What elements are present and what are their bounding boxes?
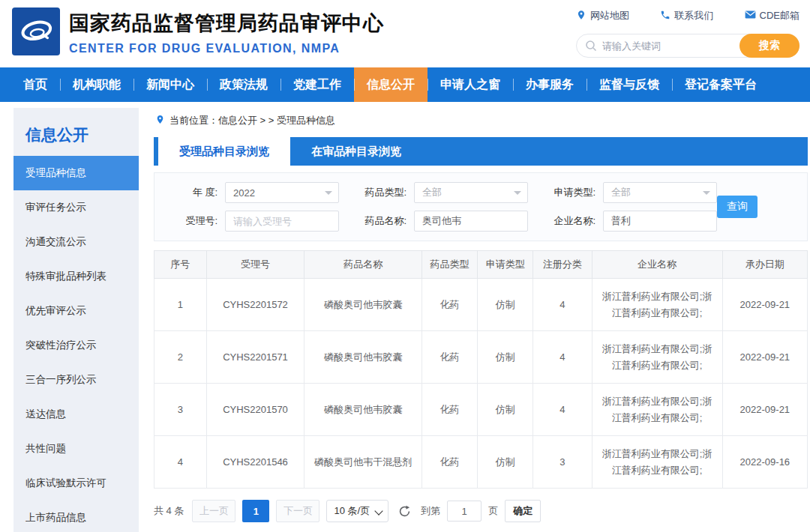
contact-link-label: 联系我们 — [674, 9, 713, 22]
goto-prefix: 到第 — [421, 504, 440, 518]
filter-panel: 年 度: 2022 药品类型: 全部 申请类 — [154, 172, 808, 241]
tab-under-review-catalog[interactable]: 在审品种目录浏览 — [290, 137, 422, 166]
col-company: 企业名称 — [592, 251, 722, 279]
apply-type-select-value: 全部 — [611, 186, 631, 199]
cde-logo-swoosh-icon — [16, 10, 56, 52]
col-reg-class: 注册分类 — [533, 251, 592, 279]
page-size-select[interactable]: 10 条/页 — [326, 500, 388, 522]
chevron-down-icon — [325, 191, 332, 199]
main-nav: 首页 机构职能 新闻中心 政策法规 党建工作 信息公开 申请人之窗 办事服务 监… — [0, 67, 810, 102]
cde-mail-link-label: CDE邮箱 — [760, 9, 800, 22]
nav-item-functions[interactable]: 机构职能 — [60, 67, 134, 102]
drug-name-input[interactable] — [414, 211, 528, 232]
table-row: 2 CYHS2201571 磷酸奥司他韦胶囊 化药 仿制 4 浙江普利药业有限公… — [154, 331, 808, 384]
nav-item-home[interactable]: 首页 — [10, 67, 60, 102]
page-1-button[interactable]: 1 — [242, 500, 269, 522]
drug-type-field: 药品类型: 全部 — [354, 182, 528, 203]
nav-item-party-building[interactable]: 党建工作 — [280, 67, 354, 102]
sidebar-item-communication[interactable]: 沟通交流公示 — [14, 225, 139, 259]
company-input[interactable] — [603, 211, 717, 232]
cell-acceptance-no: CYHS2201572 — [206, 279, 304, 331]
nav-item-registration-platform[interactable]: 登记备案平台 — [672, 67, 770, 102]
year-select-value: 2022 — [233, 187, 255, 199]
prev-page-button[interactable]: 上一页 — [192, 500, 236, 522]
sidebar-item-three-in-one[interactable]: 三合一序列公示 — [14, 363, 139, 397]
col-drug-name: 药品名称 — [304, 251, 422, 279]
total-count: 共 4 条 — [154, 504, 184, 518]
cell-reg-class: 4 — [533, 331, 592, 384]
pagination: 共 4 条 上一页 1 下一页 10 条/页 到第 页 确定 — [154, 500, 808, 531]
cell-reg-class: 3 — [533, 436, 592, 489]
table-row: 1 CYHS2201572 磷酸奥司他韦胶囊 化药 仿制 4 浙江普利药业有限公… — [154, 279, 808, 331]
breadcrumb: 当前位置：信息公开 > > 受理品种信息 — [155, 114, 808, 127]
phone-icon — [660, 10, 670, 22]
tab-accepted-catalog[interactable]: 受理品种目录浏览 — [158, 137, 290, 166]
site-titles: 国家药品监督管理局药品审评中心 CENTER FOR DRUG EVALUATI… — [69, 10, 384, 55]
site-search: 搜索 — [576, 34, 800, 58]
sidebar-item-breakthrough-therapy[interactable]: 突破性治疗公示 — [14, 328, 139, 363]
acceptance-no-input[interactable] — [225, 211, 339, 232]
sidebar-item-clinical-trial-approval[interactable]: 临床试验默示许可 — [14, 466, 139, 501]
nav-item-services[interactable]: 办事服务 — [513, 67, 586, 102]
cell-drug-type: 化药 — [422, 331, 478, 384]
nav-item-info-disclosure[interactable]: 信息公开 — [354, 67, 428, 102]
site-subtitle: CENTER FOR DRUG EVALUATION, NMPA — [69, 42, 384, 55]
drug-type-label: 药品类型: — [354, 186, 406, 199]
search-button[interactable]: 搜索 — [740, 34, 800, 58]
apply-type-select[interactable]: 全部 — [603, 182, 717, 203]
confirm-button[interactable]: 确定 — [505, 500, 541, 522]
body: 信息公开 受理品种信息 审评任务公示 沟通交流公示 特殊审批品种列表 优先审评公… — [0, 102, 810, 532]
location-pin-icon — [576, 10, 586, 22]
cell-acceptance-no: CYHS2201570 — [206, 384, 304, 436]
cell-date: 2022-09-21 — [722, 279, 807, 331]
refresh-icon[interactable] — [398, 505, 411, 518]
cell-apply-type: 仿制 — [478, 279, 533, 331]
table-row: 3 CYHS2201570 磷酸奥司他韦胶囊 化药 仿制 4 浙江普利药业有限公… — [154, 384, 808, 436]
query-button[interactable]: 查询 — [717, 196, 758, 218]
sidebar-item-marketed-drugs[interactable]: 上市药品信息 — [14, 501, 139, 532]
breadcrumb-text: 当前位置：信息公开 > > 受理品种信息 — [170, 114, 335, 127]
col-seq: 序号 — [154, 251, 207, 279]
tab-bar: 受理品种目录浏览 在审品种目录浏览 — [154, 137, 808, 166]
sidebar-item-review-tasks[interactable]: 审评任务公示 — [14, 190, 139, 225]
nav-item-supervision[interactable]: 监督与反馈 — [586, 67, 672, 102]
sitemap-link-label: 网站地图 — [590, 9, 629, 22]
contact-link[interactable]: 联系我们 — [660, 9, 713, 22]
cell-company: 浙江普利药业有限公司;浙江普利药业有限公司; — [592, 331, 722, 384]
results-table: 序号 受理号 药品名称 药品类型 申请类型 注册分类 企业名称 承办日期 1 C… — [154, 250, 808, 489]
sidebar-item-delivery-info[interactable]: 送达信息 — [14, 397, 139, 432]
year-select[interactable]: 2022 — [225, 182, 339, 203]
cell-reg-class: 4 — [533, 279, 592, 331]
cell-company: 浙江普利药业有限公司;浙江普利药业有限公司; — [592, 436, 722, 489]
col-apply-type: 申请类型 — [478, 251, 533, 279]
header-right: 网站地图 联系我们 CDE邮箱 — [576, 9, 800, 58]
page: 国家药品监督管理局药品审评中心 CENTER FOR DRUG EVALUATI… — [0, 0, 810, 532]
acceptance-no-field: 受理号: — [165, 211, 339, 232]
apply-type-label: 申请类型: — [543, 186, 596, 199]
sitemap-link[interactable]: 网站地图 — [576, 9, 629, 22]
sidebar-title: 信息公开 — [14, 108, 139, 156]
cell-acceptance-no: CYHS2201546 — [206, 436, 304, 489]
col-date: 承办日期 — [722, 251, 807, 279]
nav-item-applicant-window[interactable]: 申请人之窗 — [428, 67, 513, 102]
envelope-icon — [745, 10, 756, 22]
sidebar-item-accepted-varieties[interactable]: 受理品种信息 — [14, 156, 139, 190]
nav-item-policies[interactable]: 政策法规 — [207, 67, 280, 102]
nav-item-news[interactable]: 新闻中心 — [134, 67, 207, 102]
cde-mail-link[interactable]: CDE邮箱 — [745, 9, 800, 22]
sidebar-item-priority-review[interactable]: 优先审评公示 — [14, 294, 139, 328]
sidebar-item-special-approval[interactable]: 特殊审批品种列表 — [14, 259, 139, 294]
page-size-value: 10 条/页 — [334, 504, 370, 518]
cell-drug-name: 磷酸奥司他韦干混悬剂 — [304, 436, 422, 489]
table-header-row: 序号 受理号 药品名称 药品类型 申请类型 注册分类 企业名称 承办日期 — [154, 251, 808, 279]
cell-drug-name: 磷酸奥司他韦胶囊 — [304, 384, 422, 436]
cell-drug-name: 磷酸奥司他韦胶囊 — [304, 331, 422, 384]
cde-logo[interactable] — [12, 7, 60, 55]
goto-page-input[interactable] — [447, 501, 482, 522]
cell-seq: 3 — [154, 384, 207, 436]
drug-type-select[interactable]: 全部 — [414, 182, 528, 203]
sidebar: 信息公开 受理品种信息 审评任务公示 沟通交流公示 特殊审批品种列表 优先审评公… — [14, 108, 139, 532]
next-page-button[interactable]: 下一页 — [276, 500, 320, 522]
sidebar-item-common-issues[interactable]: 共性问题 — [14, 432, 139, 466]
col-acceptance-no: 受理号 — [206, 251, 304, 279]
